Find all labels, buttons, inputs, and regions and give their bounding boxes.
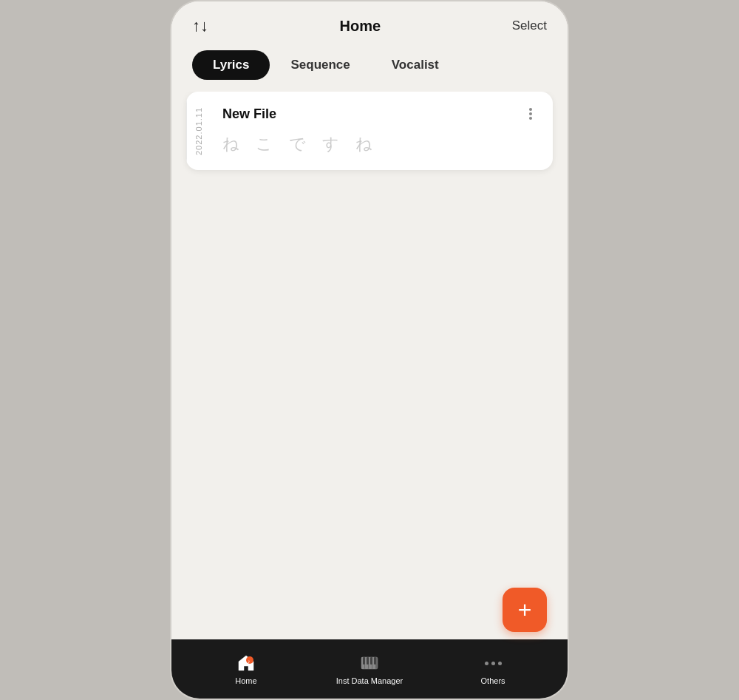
nav-item-others[interactable]: Others bbox=[463, 653, 522, 685]
add-icon: + bbox=[518, 598, 532, 622]
svg-rect-12 bbox=[370, 657, 372, 665]
bottom-nav: ♪ Home Inst Da bbox=[171, 639, 568, 699]
others-dots-icon bbox=[485, 662, 502, 665]
nav-label-inst-data-manager: Inst Data Manager bbox=[336, 676, 403, 685]
file-card[interactable]: 2022.01.11 New File ね こ で す ね bbox=[186, 92, 553, 170]
svg-point-1 bbox=[529, 112, 532, 115]
page-title: Home bbox=[340, 18, 381, 35]
header: ↑↓ Home Select bbox=[171, 1, 568, 44]
home-icon: ♪ bbox=[236, 653, 256, 673]
svg-rect-13 bbox=[374, 657, 376, 665]
nav-label-others: Others bbox=[481, 676, 505, 685]
tab-lyrics[interactable]: Lyrics bbox=[192, 50, 270, 80]
more-vert-icon bbox=[523, 106, 538, 121]
nav-item-home[interactable]: ♪ Home bbox=[217, 653, 276, 685]
dot-1 bbox=[485, 662, 488, 665]
file-preview: ね こ で す ね bbox=[222, 133, 541, 155]
tab-sequence[interactable]: Sequence bbox=[270, 50, 370, 80]
file-menu-button[interactable] bbox=[520, 103, 541, 124]
nav-label-home: Home bbox=[235, 676, 256, 685]
add-button[interactable]: + bbox=[503, 588, 547, 632]
svg-point-2 bbox=[529, 117, 532, 120]
phone-container: ↑↓ Home Select Lyrics Sequence Vocalist … bbox=[170, 0, 569, 700]
svg-text:♪: ♪ bbox=[248, 659, 251, 664]
dot-2 bbox=[491, 662, 495, 665]
tab-vocalist[interactable]: Vocalist bbox=[371, 50, 460, 80]
file-list: 2022.01.11 New File ね こ で す ね bbox=[171, 92, 568, 366]
inst-data-manager-icon-svg bbox=[359, 653, 380, 673]
nav-item-inst-data-manager[interactable]: Inst Data Manager bbox=[336, 653, 403, 685]
others-icon bbox=[483, 653, 503, 673]
inst-data-manager-icon bbox=[359, 653, 380, 673]
tab-bar: Lyrics Sequence Vocalist bbox=[171, 44, 568, 92]
select-button[interactable]: Select bbox=[512, 18, 547, 33]
sort-icon[interactable]: ↑↓ bbox=[192, 16, 208, 35]
home-icon-svg: ♪ bbox=[236, 653, 256, 673]
file-title: New File bbox=[222, 106, 276, 122]
svg-rect-10 bbox=[363, 657, 365, 665]
file-card-header: New File bbox=[222, 103, 541, 124]
svg-point-0 bbox=[529, 108, 532, 111]
svg-rect-11 bbox=[367, 657, 369, 665]
app-content: ↑↓ Home Select Lyrics Sequence Vocalist … bbox=[171, 1, 568, 639]
dot-3 bbox=[498, 662, 502, 665]
file-card-body: New File ね こ で す ね bbox=[211, 92, 553, 170]
file-date: 2022.01.11 bbox=[186, 92, 211, 170]
